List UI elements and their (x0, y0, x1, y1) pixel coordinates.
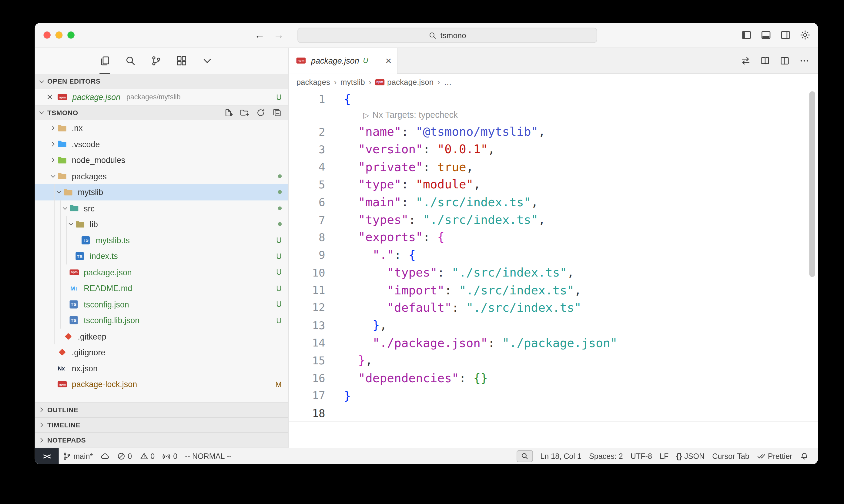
code-line-13[interactable]: 13 }, (289, 317, 818, 334)
code-line-14[interactable]: 14 "./package.json": "./package.json" (289, 334, 818, 352)
status-cursor-position[interactable]: Ln 18, Col 1 (537, 448, 585, 464)
close-window-button[interactable] (44, 32, 51, 38)
status-zoom-indicator[interactable] (513, 448, 537, 464)
activity-item-more-views[interactable] (202, 48, 213, 74)
tree-item-index-ts[interactable]: TSindex.tsU (35, 248, 288, 264)
titlebar-layout-panel-button[interactable] (761, 30, 771, 40)
timeline-section-header[interactable]: TIMELINE (35, 417, 288, 432)
status-errors[interactable]: 0 (113, 448, 136, 464)
breadcrumb-label: mytslib (341, 77, 365, 86)
code-area[interactable]: 1{▷Nx Targets: typecheck2 "name": "@tsmo… (289, 90, 818, 448)
code-line-4[interactable]: 4 "private": true, (289, 158, 818, 176)
activity-item-source-control[interactable] (151, 48, 161, 74)
code-line-6[interactable]: 6 "main": "./src/index.ts", (289, 193, 818, 211)
open-editor-item[interactable]: npm package.json packages/mytslib U (35, 89, 288, 105)
editor-scrollbar[interactable] (809, 91, 815, 277)
status-language-mode[interactable]: {}JSON (672, 448, 708, 464)
code-line-10[interactable]: 10 "types": "./src/index.ts", (289, 264, 818, 282)
error-icon (117, 452, 125, 461)
tree-item-node-modules[interactable]: node_modules (35, 152, 288, 168)
tree-item-gitkeep[interactable]: .gitkeep (35, 328, 288, 344)
zoom-window-button[interactable] (67, 32, 74, 38)
tree-item-gitignore[interactable]: .gitignore (35, 344, 288, 360)
tree-item-package-lock-json[interactable]: npmpackage-lock.jsonM (35, 377, 288, 393)
activity-item-search[interactable] (125, 48, 136, 74)
status-cursor-tab[interactable]: Cursor Tab (708, 448, 753, 464)
tab-package-json[interactable]: npm package.json U × (289, 48, 398, 73)
titlebar-layout-sidebar-right-button[interactable] (780, 30, 791, 40)
breadcrumb-item-packages[interactable]: packages (296, 77, 330, 86)
open-changes-button[interactable] (741, 56, 750, 66)
tree-item-lib[interactable]: lib (35, 216, 288, 232)
code-line-8[interactable]: 8 "exports": { (289, 228, 818, 246)
code-lens[interactable]: ▷Nx Targets: typecheck (289, 108, 818, 123)
command-center-text: tsmono (440, 31, 466, 40)
notepads-section-header[interactable]: NOTEPADS (35, 432, 288, 447)
code-line-9[interactable]: 9 ".": { (289, 246, 818, 264)
code-line-18[interactable]: 18 (289, 404, 818, 422)
tree-item-nx[interactable]: .nx (35, 120, 288, 136)
refresh-button[interactable] (256, 108, 265, 117)
code-line-5[interactable]: 5 "type": "module", (289, 176, 818, 193)
more-button[interactable] (799, 56, 809, 66)
tree-item-readme-md[interactable]: M↓README.mdU (35, 280, 288, 296)
code-line-12[interactable]: 12 "default": "./src/index.ts" (289, 299, 818, 317)
tree-item-tsconfig-lib-json[interactable]: TStsconfig.lib.jsonU (35, 312, 288, 328)
outline-section-header[interactable]: OUTLINE (35, 402, 288, 417)
split-editor-button[interactable] (780, 56, 789, 66)
row-decorations (278, 174, 282, 178)
status-git-branch[interactable]: main* (59, 448, 97, 464)
code-line-3[interactable]: 3 "version": "0.0.1", (289, 141, 818, 158)
command-center[interactable]: tsmono (297, 28, 597, 43)
minimize-window-button[interactable] (55, 32, 63, 38)
status-indentation[interactable]: Spaces: 2 (585, 448, 627, 464)
new-folder-button[interactable] (240, 108, 249, 117)
tree-item-vscode[interactable]: .vscode (35, 136, 288, 152)
titlebar-layout-sidebar-left-button[interactable] (741, 30, 752, 40)
activity-item-explorer[interactable] (100, 48, 110, 74)
status-publish[interactable] (97, 448, 113, 464)
explorer-section-header[interactable]: TSMONO (35, 105, 288, 120)
status-ports[interactable]: 0 (158, 448, 181, 464)
breadcrumb-separator: › (369, 77, 372, 86)
screen: ← → tsmono npm package.json U × (0, 0, 844, 504)
status-warnings[interactable]: 0 (136, 448, 158, 464)
collapse-all-button[interactable] (273, 108, 282, 117)
tree-item-nx-json[interactable]: Nxnx.json (35, 360, 288, 377)
activity-item-extensions[interactable] (176, 48, 187, 74)
breadcrumb-item-item[interactable]: … (444, 77, 452, 86)
close-tab-icon[interactable]: × (385, 55, 392, 66)
titlebar-settings-gear-button[interactable] (800, 30, 810, 40)
status-encoding[interactable]: UTF-8 (627, 448, 656, 464)
open-preview-button[interactable] (760, 56, 770, 66)
close-editor-icon[interactable] (46, 93, 54, 101)
code-line-1[interactable]: 1{ (289, 90, 818, 108)
code-line-15[interactable]: 15 }, (289, 352, 818, 369)
breadcrumb-item-mytslib[interactable]: mytslib (341, 77, 365, 86)
back-button[interactable]: ← (255, 29, 265, 41)
open-editors-header[interactable]: OPEN EDITORS (35, 74, 288, 89)
tree-item-src[interactable]: src (35, 200, 288, 216)
tree-item-mytslib[interactable]: mytslib (35, 184, 288, 200)
forward-button[interactable]: → (273, 29, 284, 41)
breadcrumb-item-package-json[interactable]: npmpackage.json (375, 77, 434, 86)
status-notifications[interactable] (796, 448, 812, 464)
remote-indicator[interactable]: >< (35, 448, 59, 464)
code-text: { (325, 92, 351, 106)
status-eol[interactable]: LF (656, 448, 672, 464)
line-number: 12 (289, 301, 325, 314)
code-line-7[interactable]: 7 "types": "./src/index.ts", (289, 211, 818, 228)
code-line-2[interactable]: 2 "name": "@tsmono/mytslib", (289, 123, 818, 141)
status-formatter[interactable]: Prettier (753, 448, 796, 464)
code-line-17[interactable]: 17} (289, 387, 818, 404)
tree-item-package-json[interactable]: npmpackage.jsonU (35, 264, 288, 280)
tree-item-packages[interactable]: packages (35, 168, 288, 184)
code-line-16[interactable]: 16 "dependencies": {} (289, 369, 818, 387)
code-line-11[interactable]: 11 "import": "./src/index.ts", (289, 282, 818, 299)
tree-item-mytslib-ts[interactable]: TSmytslib.tsU (35, 232, 288, 248)
tree-item-tsconfig-json[interactable]: TStsconfig.jsonU (35, 296, 288, 312)
activity-bar (35, 48, 289, 74)
new-file-button[interactable] (223, 108, 232, 117)
status-vim-mode[interactable]: -- NORMAL -- (181, 448, 236, 464)
npm-icon: npm (57, 381, 69, 388)
